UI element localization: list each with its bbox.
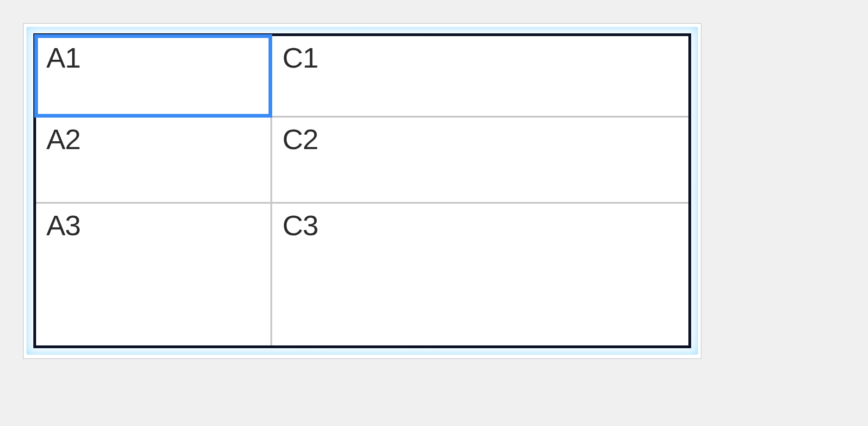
cell-value: A2 [46,124,81,154]
cell-a3[interactable]: A3 [36,204,272,345]
cell-value: C1 [282,43,318,73]
cell-value: C3 [282,210,318,240]
cell-c1[interactable]: C1 [272,36,688,118]
cell-c2[interactable]: C2 [272,118,688,204]
cell-value: A1 [46,43,81,73]
cell-a1[interactable]: A1 [36,36,272,118]
cell-value: C2 [282,124,318,154]
cell-value: A3 [46,210,81,240]
cell-c3[interactable]: C3 [272,204,688,345]
cell-a2[interactable]: A2 [36,118,272,204]
spreadsheet-table: A1 C1 A2 C2 A3 C3 [33,33,691,348]
